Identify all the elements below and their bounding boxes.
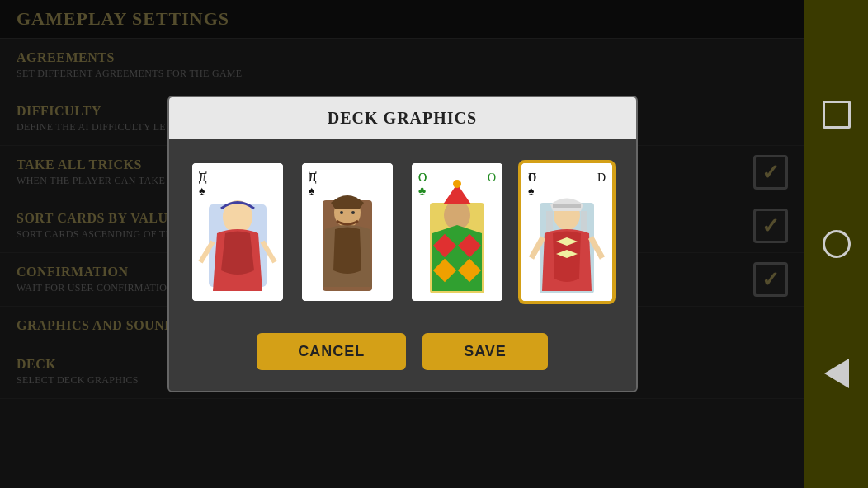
card-face-1: Д ♠ Д	[192, 163, 283, 301]
svg-text:♣: ♣	[418, 185, 426, 197]
right-sidebar	[804, 0, 868, 488]
card-svg-4: D ♠ D D	[521, 163, 612, 301]
svg-text:♠: ♠	[309, 185, 315, 197]
circle-icon	[823, 230, 851, 258]
svg-text:D: D	[597, 171, 606, 184]
svg-text:Д: Д	[309, 171, 317, 183]
modal-header: Deck graphics	[169, 97, 636, 139]
modal-footer: Cancel Save	[169, 325, 636, 391]
modal-title: Deck graphics	[186, 109, 620, 128]
square-icon	[823, 101, 851, 129]
svg-point-13	[340, 211, 343, 214]
svg-text:О: О	[418, 171, 427, 183]
cancel-button[interactable]: Cancel	[257, 333, 406, 370]
card-option-4[interactable]: D ♠ D D	[518, 160, 616, 304]
svg-text:О: О	[488, 171, 496, 184]
svg-text:♠: ♠	[199, 185, 205, 197]
circle-button[interactable]	[818, 226, 855, 262]
card-option-2[interactable]: Д ♠	[299, 160, 396, 304]
card-svg-3: О ♣ О О	[412, 163, 502, 301]
card-option-3[interactable]: О ♣ О О	[408, 160, 506, 304]
svg-point-23	[453, 180, 461, 188]
card-svg-2: Д ♠	[302, 163, 393, 301]
card-face-4: D ♠ D D	[521, 163, 612, 301]
settings-panel: Gameplay settings Agreements Set differe…	[0, 0, 804, 488]
square-button[interactable]	[818, 96, 855, 133]
save-button[interactable]: Save	[422, 333, 548, 370]
modal-overlay: Deck graphics Д ♠ Д	[0, 0, 804, 488]
card-svg-1: Д ♠ Д	[192, 163, 283, 301]
svg-text:Д: Д	[199, 171, 207, 183]
triangle-icon	[824, 359, 849, 388]
card-face-3: О ♣ О О	[412, 163, 502, 301]
card-option-1[interactable]: Д ♠ Д	[189, 160, 286, 304]
svg-rect-35	[553, 204, 581, 208]
deck-graphics-modal: Deck graphics Д ♠ Д	[167, 96, 638, 392]
svg-point-14	[351, 211, 355, 214]
svg-text:D: D	[528, 171, 536, 183]
card-face-2: Д ♠	[302, 163, 393, 301]
svg-text:♠: ♠	[528, 185, 535, 197]
modal-body: Д ♠ Д	[169, 139, 636, 325]
back-button[interactable]	[818, 355, 855, 392]
